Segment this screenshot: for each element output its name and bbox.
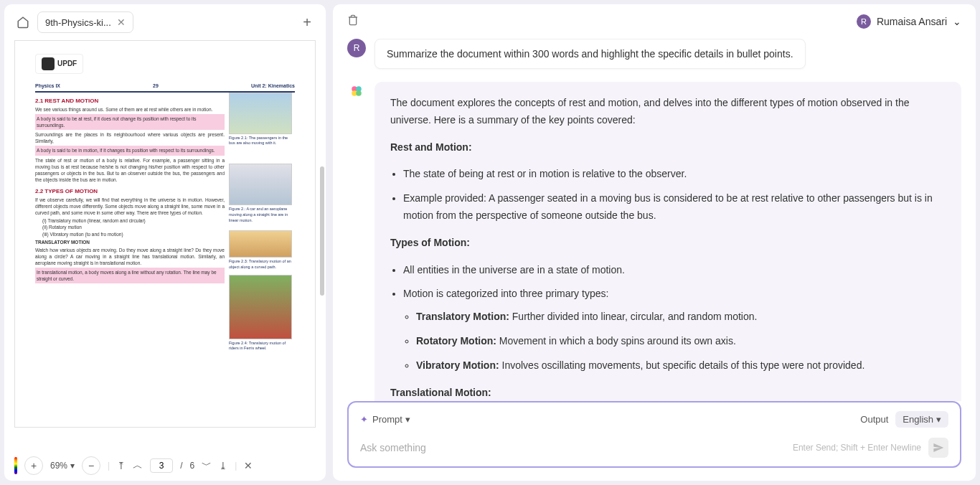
- document-viewer: UPDF Physics IX 29 Unit 2: Kinematics 2.…: [4, 40, 326, 451]
- user-name: Rumaisa Ansari: [877, 16, 947, 27]
- ai-bullet: Example provided: A passenger seated in …: [403, 190, 946, 225]
- page-header: Physics IX 29 Unit 2: Kinematics: [35, 83, 295, 93]
- body-text: If we observe carefully, we will find th…: [35, 197, 225, 216]
- input-row: Enter Send; Shift + Enter Newline: [360, 438, 948, 458]
- language-value: English: [903, 414, 933, 425]
- highlight-box: In translational motion, a body moves al…: [35, 268, 225, 283]
- highlight-box: A body is said to be in motion, if it ch…: [35, 146, 225, 155]
- user-avatar: R: [347, 39, 366, 57]
- ai-heading: Types of Motion:: [390, 237, 470, 248]
- output-label: Output: [860, 414, 888, 425]
- zoom-out-button[interactable]: −: [82, 456, 100, 475]
- bottom-toolbar: + 69% ▾ − | ⤒ ︿ / 6 ﹀ ⤓ | ✕: [4, 451, 326, 481]
- body-text: Surroundings are the places in its neigh…: [35, 131, 225, 144]
- list-item: (iii) Vibratory motion (to and fro motio…: [42, 231, 225, 237]
- ai-bullet: The state of being at rest or in motion …: [403, 166, 946, 183]
- list-item: (i) Translatory motion (linear, random a…: [42, 217, 225, 224]
- send-icon: [933, 442, 944, 453]
- first-page-button[interactable]: ⤒: [117, 460, 126, 471]
- color-strip-icon[interactable]: [14, 457, 17, 474]
- add-tab-button[interactable]: +: [298, 14, 316, 31]
- page-total: 6: [190, 461, 195, 471]
- body-text: We see various things around us. Some of…: [35, 106, 225, 113]
- svg-point-3: [356, 90, 362, 96]
- user-message-row: R Summarize the document within 300 word…: [347, 39, 961, 69]
- prompt-selector[interactable]: Prompt ▾: [372, 414, 410, 425]
- ai-logo-icon: [350, 85, 363, 98]
- figure-caption: Figure 2.: A car and an aeroplane moving…: [229, 207, 295, 223]
- home-button[interactable]: [14, 14, 32, 31]
- ai-intro-text: The document explores the concepts of re…: [390, 95, 946, 129]
- updf-logo: UPDF: [35, 54, 83, 74]
- output-selector-group: Output English ▾: [860, 411, 948, 428]
- zoom-level-select[interactable]: 69% ▾: [50, 461, 75, 471]
- input-hint: Enter Send; Shift + Enter Newline: [793, 443, 921, 453]
- chat-panel: R Rumaisa Ansari ⌄ R Summarize the docum…: [333, 4, 976, 481]
- figure-image: [229, 93, 292, 134]
- section-title: 2.1 REST AND MOTION: [35, 97, 225, 105]
- ai-heading: Translational Motion:: [390, 387, 491, 398]
- page-preview[interactable]: UPDF Physics IX 29 Unit 2: Kinematics 2.…: [14, 40, 316, 428]
- prompt-label: Prompt: [372, 414, 402, 425]
- list-item: (ii) Rotatory motion: [42, 224, 225, 230]
- figure-image: [229, 275, 292, 339]
- ai-bullet: Motion is categorized into three primary…: [403, 288, 608, 299]
- chevron-down-icon: ▾: [405, 414, 410, 425]
- tab-label: 9th-Physics-ki...: [45, 17, 111, 28]
- page-input[interactable]: [150, 458, 173, 473]
- ai-sub-bullet: Translatory Motion: Further divided into…: [416, 309, 946, 326]
- page-separator: /: [180, 461, 182, 471]
- ai-message-bubble: The document explores the concepts of re…: [374, 82, 961, 401]
- document-panel: 9th-Physics-ki... ✕ + UPDF Physics IX 29…: [4, 4, 326, 481]
- next-page-button[interactable]: ﹀: [202, 459, 212, 472]
- trash-icon: [347, 14, 359, 26]
- close-tab-icon[interactable]: ✕: [117, 17, 126, 28]
- subject-label: Physics IX: [35, 83, 60, 90]
- unit-label: Unit 2: Kinematics: [251, 83, 295, 90]
- ai-sub-bullet: Vibratory Motion: Involves oscillating m…: [416, 357, 946, 375]
- zoom-value: 69%: [50, 461, 67, 471]
- home-icon: [17, 16, 29, 29]
- ai-heading: Rest and Motion:: [390, 141, 472, 153]
- document-tab[interactable]: 9th-Physics-ki... ✕: [37, 11, 133, 33]
- input-options-row: ✦ Prompt ▾ Output English ▾: [360, 411, 948, 428]
- figure-image: [229, 164, 292, 205]
- tab-bar: 9th-Physics-ki... ✕ +: [4, 4, 326, 40]
- last-page-button[interactable]: ⤓: [219, 460, 227, 471]
- figure-caption: Figure 2.4: Translatory motion of riders…: [229, 341, 295, 352]
- language-selector[interactable]: English ▾: [895, 411, 948, 428]
- prev-page-button[interactable]: ︿: [133, 459, 143, 472]
- ai-sub-bullet: Rotatory Motion: Movement in which a bod…: [416, 333, 946, 350]
- scroll-thumb[interactable]: [320, 166, 324, 296]
- section-title: 2.2 TYPES OF MOTION: [35, 187, 225, 195]
- chevron-down-icon: ▾: [936, 414, 941, 425]
- highlight-box: A body is said to be at rest, if it does…: [35, 114, 225, 130]
- chat-input[interactable]: [360, 442, 793, 453]
- send-button[interactable]: [928, 438, 948, 458]
- chat-messages: R Summarize the document within 300 word…: [333, 39, 976, 401]
- close-panel-button[interactable]: ✕: [244, 460, 253, 471]
- ai-bullet: All entities in the universe are in a st…: [403, 262, 946, 279]
- sparkle-icon: ✦: [360, 414, 368, 425]
- logo-text: UPDF: [57, 59, 77, 69]
- zoom-in-button[interactable]: +: [24, 456, 43, 475]
- user-menu[interactable]: R Rumaisa Ansari ⌄: [857, 14, 961, 29]
- chat-header: R Rumaisa Ansari ⌄: [333, 4, 976, 39]
- body-text: The state of rest or motion of a body is…: [35, 157, 225, 183]
- chevron-down-icon: ▾: [70, 461, 75, 471]
- logo-icon: [42, 57, 55, 70]
- subsection-title: TRANSLATORY MOTION: [35, 239, 225, 245]
- scrollbar[interactable]: [320, 80, 324, 451]
- chat-input-area: ✦ Prompt ▾ Output English ▾ Enter Send; …: [347, 401, 961, 468]
- body-text: Watch how various objects are moving. Do…: [35, 247, 225, 266]
- page-number: 29: [153, 83, 159, 90]
- figure-caption: Figure 2.3: Translatory motion of an obj…: [229, 259, 295, 270]
- figure-caption: Figure 2.1: The passengers in the bus ar…: [229, 136, 295, 146]
- ai-avatar: [347, 82, 366, 100]
- delete-button[interactable]: [347, 14, 359, 29]
- chevron-down-icon: ⌄: [953, 16, 961, 27]
- user-message-bubble: Summarize the document within 300 words …: [374, 39, 806, 69]
- figure-image: [229, 230, 292, 258]
- ai-message-row: The document explores the concepts of re…: [347, 82, 961, 401]
- avatar: R: [857, 14, 871, 29]
